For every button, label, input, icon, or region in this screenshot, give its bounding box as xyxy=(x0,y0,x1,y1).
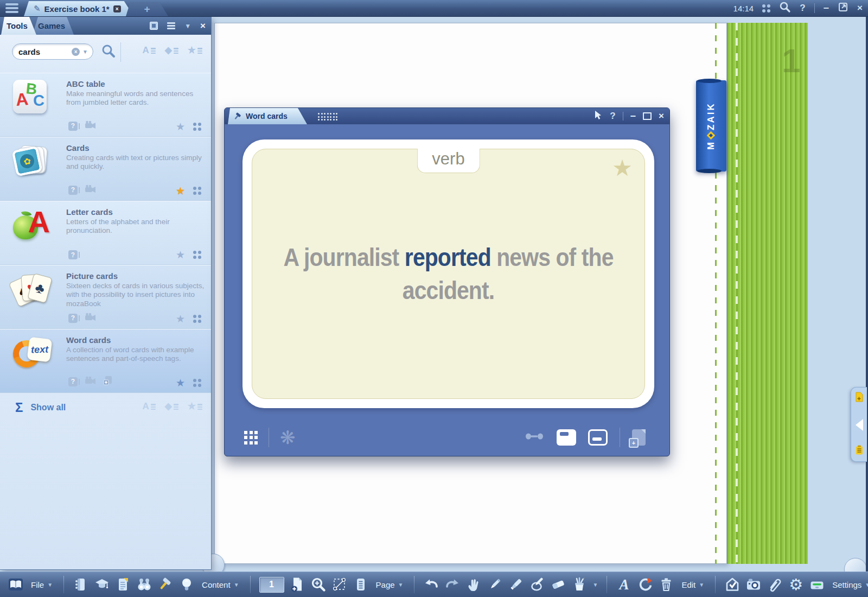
list-item-cards[interactable]: ✿ Cards Creating cards with text or pict… xyxy=(0,137,211,201)
item-video-icon[interactable] xyxy=(85,185,96,195)
compass-tool-icon[interactable] xyxy=(529,576,545,593)
window-titlebar[interactable]: Word cards ? − × xyxy=(225,108,669,124)
tab-games[interactable]: Games xyxy=(33,17,74,35)
sort-by-type-icon[interactable]: ◆ xyxy=(165,402,178,411)
favorite-star-icon[interactable]: ★ xyxy=(176,250,185,260)
pen-tool-icon[interactable] xyxy=(487,576,503,593)
list-view-icon[interactable] xyxy=(167,22,175,29)
snapshot-camera-icon[interactable] xyxy=(745,576,762,593)
new-tab-button[interactable]: + xyxy=(126,2,168,16)
sort-by-name-icon[interactable]: A xyxy=(142,46,155,55)
tab-tools[interactable]: Tools xyxy=(1,17,36,35)
restore-button[interactable] xyxy=(838,2,848,15)
hamburger-menu-icon[interactable] xyxy=(3,2,21,14)
eraser-tool-icon[interactable] xyxy=(550,576,566,593)
trash-icon[interactable] xyxy=(658,576,674,593)
page-list-icon[interactable] xyxy=(855,445,864,457)
help-icon[interactable]: ? xyxy=(800,3,805,14)
tag-position-top-icon[interactable] xyxy=(557,429,576,446)
sort-by-name-icon[interactable]: A xyxy=(142,402,155,411)
settings-gear-icon[interactable]: ⚙ xyxy=(788,576,804,593)
graduation-cap-icon[interactable] xyxy=(94,576,110,593)
window-close-button[interactable]: × xyxy=(659,111,664,122)
item-help-icon[interactable]: ? xyxy=(68,314,78,323)
page-number-box[interactable]: 1 xyxy=(259,577,284,593)
pen-holder-caret-icon[interactable]: ▼ xyxy=(592,582,598,588)
page-menu[interactable]: Page▼ xyxy=(376,580,404,589)
sort-by-favorites-icon[interactable]: ★ xyxy=(188,46,202,55)
attachment-paperclip-icon[interactable] xyxy=(767,576,783,593)
edit-menu[interactable]: Edit▼ xyxy=(681,580,704,589)
item-options-icon[interactable] xyxy=(193,251,201,259)
list-item-picture-cards[interactable]: ♠ ♥ ♣ Picture cards Sixteen decks of car… xyxy=(0,265,211,329)
close-panel-icon[interactable]: × xyxy=(200,21,206,31)
sort-by-favorites-icon[interactable]: ★ xyxy=(188,402,202,411)
item-help-icon[interactable]: ? xyxy=(68,186,78,195)
mozaik-ribbon-bookmark[interactable]: MZAIK xyxy=(696,80,726,172)
link-cards-icon[interactable] xyxy=(525,433,545,442)
lightbulb-icon[interactable] xyxy=(178,576,195,593)
open-book-icon[interactable] xyxy=(8,576,24,593)
list-item-word-cards[interactable]: text Word cards A collection of word car… xyxy=(0,329,211,393)
document-tab[interactable]: ✎ Exercise book 1* × xyxy=(24,1,134,16)
window-tab[interactable]: Word cards xyxy=(228,108,307,124)
binoculars-icon[interactable] xyxy=(136,576,152,593)
item-options-icon[interactable] xyxy=(193,379,201,387)
close-app-button[interactable]: × xyxy=(857,3,863,14)
tag-position-middle-icon[interactable] xyxy=(588,429,608,446)
page-navigator-flyout[interactable] xyxy=(851,387,867,462)
word-card[interactable]: verb ★ A journalist reported news of the… xyxy=(242,139,654,408)
item-help-icon[interactable]: ? xyxy=(68,250,78,259)
settings-menu[interactable]: Settings▼ xyxy=(832,580,868,589)
pointer-mode-icon[interactable] xyxy=(592,110,603,123)
card-grid-view-icon[interactable] xyxy=(244,431,258,444)
add-page-icon[interactable] xyxy=(289,576,305,593)
favorite-star-icon[interactable]: ★ xyxy=(176,122,185,132)
search-input[interactable] xyxy=(17,47,69,57)
highlighter-tool-icon[interactable] xyxy=(508,576,524,593)
item-insert-icon[interactable] xyxy=(103,376,113,388)
minimize-button[interactable]: − xyxy=(824,3,829,14)
window-drag-grip[interactable] xyxy=(318,113,337,120)
drawer-icon[interactable] xyxy=(809,576,825,593)
window-maximize-button[interactable] xyxy=(643,112,652,120)
list-item-letter-cards[interactable]: A Letter cards Letters of the alphabet a… xyxy=(0,201,211,265)
text-tool-icon[interactable]: A xyxy=(616,576,632,593)
page-notes-icon[interactable] xyxy=(353,576,369,593)
word-cards-window[interactable]: Word cards ? − × verb xyxy=(224,107,670,456)
media-rotate-icon[interactable] xyxy=(637,576,653,593)
zoom-in-icon[interactable] xyxy=(310,576,327,593)
item-help-icon[interactable]: ? xyxy=(68,122,78,131)
window-help-icon[interactable]: ? xyxy=(610,111,615,122)
add-page-icon[interactable] xyxy=(855,392,864,404)
item-options-icon[interactable] xyxy=(193,123,201,131)
redo-icon[interactable] xyxy=(444,576,461,593)
hand-tool-icon[interactable] xyxy=(465,576,482,593)
list-item-abc-table[interactable]: ABC ABC table Make meaningful words and … xyxy=(0,73,211,137)
item-video-icon[interactable] xyxy=(85,313,96,323)
item-video-icon[interactable] xyxy=(85,376,96,387)
item-video-icon[interactable] xyxy=(85,120,96,131)
close-document-icon[interactable]: × xyxy=(113,5,121,12)
favorite-star-icon[interactable]: ★ xyxy=(176,314,185,324)
pen-holder-icon[interactable] xyxy=(571,576,588,593)
apps-grid-icon[interactable] xyxy=(762,4,770,12)
content-menu[interactable]: Content▼ xyxy=(202,580,239,589)
file-menu[interactable]: File▼ xyxy=(31,580,53,589)
homework-check-icon[interactable] xyxy=(724,576,741,593)
item-options-icon[interactable] xyxy=(193,315,201,323)
new-card-icon[interactable]: + xyxy=(632,429,646,446)
search-icon[interactable] xyxy=(779,1,791,15)
favorite-star-icon[interactable]: ★ xyxy=(176,186,185,196)
lesson-report-icon[interactable] xyxy=(115,576,131,593)
select-area-icon[interactable] xyxy=(331,576,348,593)
show-all-row[interactable]: Σ Show all A ◆ ★ xyxy=(0,393,211,422)
sort-by-type-icon[interactable]: ◆ xyxy=(165,46,178,55)
clear-search-icon[interactable]: × xyxy=(72,48,80,56)
show-all-label[interactable]: Show all xyxy=(30,403,66,412)
run-search-icon[interactable] xyxy=(101,43,116,61)
search-field[interactable]: × ▼ xyxy=(12,43,93,60)
item-options-icon[interactable] xyxy=(193,187,201,195)
undo-icon[interactable] xyxy=(423,576,439,593)
bookshelf-icon[interactable] xyxy=(73,576,89,593)
